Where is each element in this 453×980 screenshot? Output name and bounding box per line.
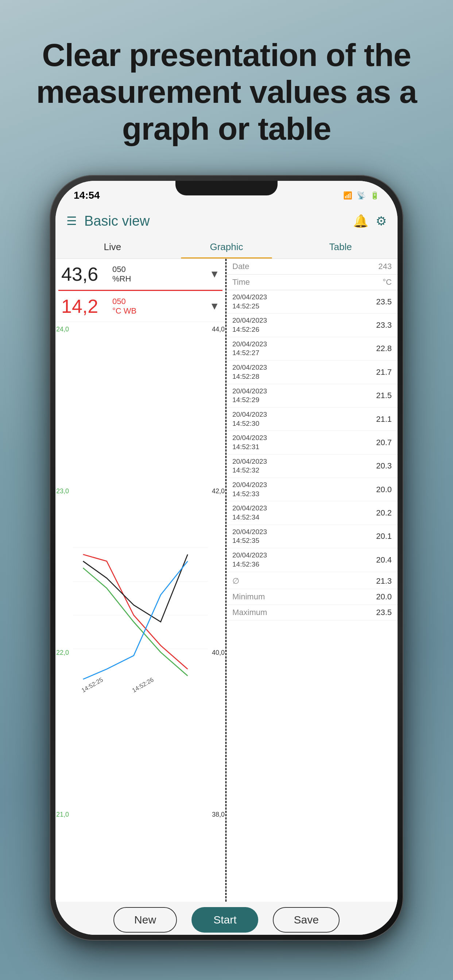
phone-mockup: 14:54 📶 📡 🔋 ☰ Basic view 🔔 ⚙ Live [49, 175, 404, 940]
save-button[interactable]: Save [273, 907, 339, 932]
y-right-2: 40,0 [212, 649, 225, 657]
max-label: Maximum [232, 608, 267, 617]
stats-row-max: Maximum 23.5 [226, 605, 397, 620]
row-value-7: 20.3 [376, 461, 392, 471]
sensor-channel-2: 050 [112, 297, 209, 306]
avg-label: ∅ [232, 576, 239, 586]
status-icons: 📶 📡 🔋 [343, 191, 379, 200]
tab-table[interactable]: Table [283, 235, 397, 258]
start-button[interactable]: Start [191, 907, 258, 932]
row-value-9: 20.2 [376, 508, 392, 518]
max-value: 23.5 [376, 608, 392, 617]
left-panel: 43,6 050 %RH ▼ 14,2 050 [56, 259, 226, 902]
row-datetime-1: 20/04/202314:52:26 [232, 316, 267, 334]
row-datetime-10: 20/04/202314:52:35 [232, 528, 267, 546]
table-row: 20/04/202314:52:30 21.1 [226, 407, 397, 431]
table-row: 20/04/202314:52:25 23.5 [226, 290, 397, 313]
unit-label: °C [383, 277, 392, 287]
table-row: 20/04/202314:52:26 23.3 [226, 313, 397, 337]
row-datetime-2: 20/04/202314:52:27 [232, 340, 267, 358]
sensor-row-2: 14,2 050 °C WB ▼ [56, 291, 225, 322]
date-label: Date [232, 262, 249, 271]
sensor-label-1: 050 %RH [112, 265, 209, 284]
row-datetime-4: 20/04/202314:52:29 [232, 387, 267, 405]
header-title: Clear presentation of the measurement va… [29, 37, 424, 147]
phone-notch [175, 181, 278, 196]
sensor-unit-1: %RH [112, 274, 209, 284]
row-value-5: 21.1 [376, 415, 392, 424]
row-value-10: 20.1 [376, 531, 392, 541]
row-value-3: 21.7 [376, 368, 392, 377]
sensor-unit-2: °C WB [112, 306, 209, 316]
row-value-2: 22.8 [376, 344, 392, 353]
y-axis-right: 44,0 42,0 40,0 38,0 [212, 326, 225, 818]
y-left-2: 22,0 [56, 649, 69, 657]
stats-row-min: Minimum 20.0 [226, 589, 397, 605]
row-value-8: 20.0 [376, 485, 392, 495]
wifi-icon: 📡 [357, 191, 366, 200]
signal-icon: 📶 [343, 191, 353, 200]
phone-outer: 14:54 📶 📡 🔋 ☰ Basic view 🔔 ⚙ Live [49, 175, 404, 940]
chart-svg: 14:52:25 14:52:26 [58, 325, 222, 899]
table-row: 20/04/202314:52:27 22.8 [226, 337, 397, 361]
row-value-11: 20.4 [376, 555, 392, 565]
svg-text:14:52:26: 14:52:26 [131, 676, 155, 694]
stats-row-avg: ∅ 21.3 [226, 573, 397, 589]
table-row: 20/04/202314:52:29 21.5 [226, 384, 397, 407]
sensor-dropdown-2[interactable]: ▼ [209, 301, 220, 312]
sensor-value-2: 14,2 [61, 295, 109, 317]
table-data-rows: 20/04/202314:52:25 23.5 20/04/202314:52:… [226, 290, 397, 572]
row-value-0: 23.5 [376, 297, 392, 307]
row-value-4: 21.5 [376, 391, 392, 400]
tabs-bar: Live Graphic Table [56, 235, 397, 259]
y-left-1: 23,0 [56, 487, 69, 495]
sensor-dropdown-1[interactable]: ▼ [209, 268, 220, 280]
min-label: Minimum [232, 592, 265, 601]
row-datetime-3: 20/04/202314:52:28 [232, 363, 267, 381]
row-datetime-9: 20/04/202314:52:34 [232, 504, 267, 522]
row-datetime-0: 20/04/202314:52:25 [232, 293, 267, 310]
table-row: 20/04/202314:52:36 20.4 [226, 548, 397, 572]
y-right-3: 38,0 [212, 811, 225, 818]
table-row: 20/04/202314:52:31 20.7 [226, 431, 397, 454]
row-datetime-8: 20/04/202314:52:33 [232, 480, 267, 498]
table-row: 20/04/202314:52:35 20.1 [226, 525, 397, 548]
gear-icon[interactable]: ⚙ [376, 214, 387, 228]
tab-live[interactable]: Live [56, 235, 170, 258]
y-left-3: 21,0 [56, 811, 69, 818]
phone-inner: 14:54 📶 📡 🔋 ☰ Basic view 🔔 ⚙ Live [56, 181, 397, 935]
app-title: Basic view [84, 213, 346, 229]
y-left-0: 24,0 [56, 326, 69, 333]
table-row: 20/04/202314:52:32 20.3 [226, 455, 397, 478]
bell-icon[interactable]: 🔔 [353, 214, 368, 228]
y-axis-left: 24,0 23,0 22,0 21,0 [56, 326, 69, 818]
row-datetime-5: 20/04/202314:52:30 [232, 410, 267, 428]
sensor-row-1: 43,6 050 %RH ▼ [56, 259, 225, 290]
bottom-buttons: New Start Save [56, 902, 397, 935]
main-content: 43,6 050 %RH ▼ 14,2 050 [56, 259, 397, 902]
stats-section: ∅ 21.3 Minimum 20.0 Maximum 23.5 [226, 573, 397, 620]
row-datetime-11: 20/04/202314:52:36 [232, 551, 267, 569]
row-value-6: 20.7 [376, 438, 392, 447]
col-243: 243 [378, 262, 392, 271]
battery-icon: 🔋 [370, 191, 379, 200]
sensor-label-2: 050 °C WB [112, 297, 209, 316]
time-label: Time [232, 277, 250, 287]
tab-graphic[interactable]: Graphic [170, 235, 284, 258]
avg-value: 21.3 [376, 576, 392, 586]
page-header: Clear presentation of the measurement va… [0, 0, 453, 169]
app-header: ☰ Basic view 🔔 ⚙ [56, 206, 397, 235]
table-header: Date 243 [226, 259, 397, 275]
right-panel: Date 243 Time °C 20/04/202314:52:25 23.5 [226, 259, 397, 902]
table-row: 20/04/202314:52:34 20.2 [226, 501, 397, 525]
y-right-0: 44,0 [212, 326, 225, 333]
status-time: 14:54 [74, 189, 100, 201]
hamburger-icon[interactable]: ☰ [66, 214, 77, 228]
chart-area: 24,0 23,0 22,0 21,0 44,0 42,0 40,0 38,0 [56, 322, 225, 902]
table-subheader: Time °C [226, 275, 397, 290]
y-right-1: 42,0 [212, 487, 225, 495]
sensor-channel-1: 050 [112, 265, 209, 274]
row-datetime-7: 20/04/202314:52:32 [232, 457, 267, 475]
min-value: 20.0 [376, 592, 392, 601]
new-button[interactable]: New [113, 907, 177, 932]
